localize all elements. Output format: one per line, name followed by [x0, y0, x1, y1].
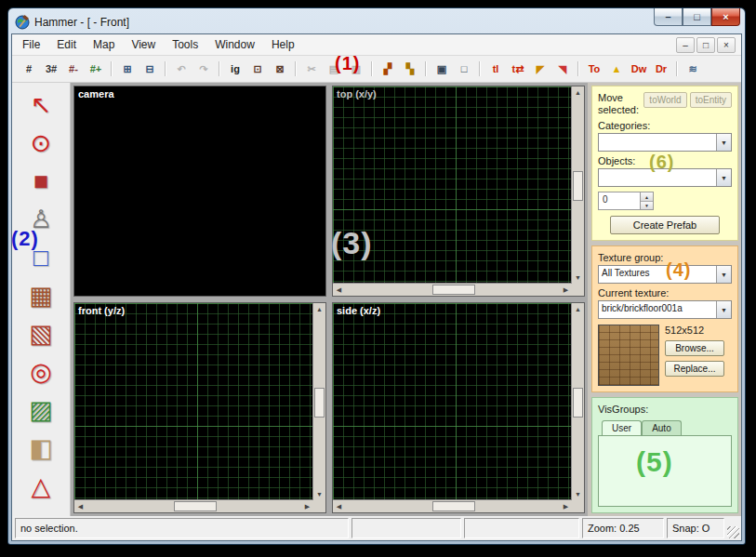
scroll-right-icon[interactable]: ▶ — [560, 284, 572, 296]
clipping-tool[interactable]: ◧ — [20, 431, 61, 466]
magnify-tool[interactable]: ⊙ — [20, 126, 61, 161]
viewport-side[interactable]: side (x/z) ▲ ▼ ◀ ▶ — [332, 302, 585, 513]
scroll-down-icon[interactable]: ▼ — [572, 272, 584, 284]
texture-preview[interactable] — [598, 325, 659, 386]
select-container[interactable]: ▣ — [431, 58, 453, 80]
toggle-group-ignore[interactable]: ig — [224, 58, 246, 80]
horizontal-scrollbar[interactable]: ◀ ▶ — [74, 499, 313, 512]
displacement-mask[interactable]: ▲ — [605, 58, 628, 80]
viewport-top[interactable]: top (x/y) ▲ ▼ ◀ ▶ — [332, 86, 585, 297]
scroll-up-icon[interactable]: ▲ — [572, 86, 584, 99]
scrollbar-thumb[interactable] — [174, 501, 217, 511]
draw-detail[interactable]: Dr — [650, 58, 672, 80]
mdi-minimize-button[interactable]: – — [676, 37, 695, 53]
scroll-down-icon[interactable]: ▼ — [572, 488, 584, 500]
scroll-left-icon[interactable]: ◀ — [333, 500, 345, 512]
menu-item[interactable]: Edit — [48, 35, 85, 54]
categories-dropdown[interactable]: ▼ — [598, 133, 732, 152]
toolbar-button[interactable] — [421, 59, 431, 79]
toggle-to[interactable]: To — [583, 58, 605, 80]
toolbar-button[interactable] — [107, 59, 116, 79]
toggle-3d-grid[interactable]: 3# — [40, 58, 62, 80]
scroll-left-icon[interactable]: ◀ — [74, 500, 86, 512]
toolbar-button[interactable] — [475, 59, 484, 79]
mdi-restore-button[interactable]: □ — [696, 37, 715, 53]
ungroup[interactable]: ⊠ — [269, 58, 291, 80]
texture-application-tool[interactable]: ▦ — [20, 278, 61, 313]
to-world-button[interactable]: toWorld — [643, 92, 686, 108]
chevron-down-icon[interactable]: ▼ — [716, 266, 731, 283]
displacement-edit[interactable]: ◤ — [529, 58, 551, 80]
menu-item[interactable]: View — [123, 35, 164, 54]
texture-group-dropdown[interactable]: All Textures ▼ — [598, 265, 732, 284]
carve[interactable]: ▞ — [377, 58, 399, 80]
mdi-close-button[interactable]: × — [717, 37, 736, 53]
chevron-down-icon[interactable]: ▼ — [716, 134, 731, 151]
vertex-manipulation-tool[interactable]: △ — [20, 469, 61, 504]
minimize-button[interactable]: – — [654, 8, 683, 26]
draw-walkable[interactable]: Dw — [628, 58, 650, 80]
viewport-camera[interactable]: camera — [73, 86, 326, 297]
browse-button[interactable]: Browse... — [665, 340, 724, 356]
toolbar-button[interactable] — [291, 59, 300, 79]
apply-current-texture-tool[interactable]: ▧ — [20, 316, 61, 351]
tab-auto[interactable]: Auto — [642, 420, 682, 435]
faces-spinner[interactable]: 0 ▲ ▼ — [598, 192, 654, 210]
toolbar-button[interactable] — [672, 59, 682, 79]
smaller-grid[interactable]: #- — [62, 58, 85, 80]
scroll-right-icon[interactable]: ▶ — [560, 500, 572, 512]
scrollbar-thumb[interactable] — [432, 285, 475, 295]
chevron-down-icon[interactable]: ▼ — [716, 301, 731, 318]
menu-item[interactable]: Map — [85, 35, 123, 54]
toolbar-button[interactable] — [367, 59, 377, 79]
scroll-down-icon[interactable]: ▼ — [313, 488, 325, 500]
menu-item[interactable]: Help — [263, 35, 303, 54]
toolbar-button[interactable] — [161, 59, 170, 79]
horizontal-scrollbar[interactable]: ◀ ▶ — [333, 283, 572, 296]
spinner-down-icon[interactable]: ▼ — [641, 201, 653, 210]
scrollbar-thumb[interactable] — [314, 388, 325, 418]
texture-scaling-lock[interactable]: t⇄ — [507, 58, 529, 80]
undo[interactable]: ↶ — [170, 58, 192, 80]
to-entity-button[interactable]: toEntity — [690, 92, 732, 108]
scroll-left-icon[interactable]: ◀ — [333, 284, 345, 296]
scroll-right-icon[interactable]: ▶ — [301, 500, 313, 512]
selection-tool[interactable]: ↖ — [20, 87, 61, 123]
larger-grid[interactable]: #+ — [85, 58, 107, 80]
scroll-up-icon[interactable]: ▲ — [313, 303, 325, 315]
create-prefab-button[interactable]: Create Prefab — [610, 216, 720, 234]
close-button[interactable]: × — [711, 8, 740, 26]
chevron-down-icon[interactable]: ▼ — [716, 169, 731, 186]
replace-button[interactable]: Replace... — [665, 361, 724, 377]
group[interactable]: ⊡ — [246, 58, 269, 80]
select-touching[interactable]: □ — [453, 58, 475, 80]
apply-decals-tool[interactable]: ◎ — [20, 354, 61, 390]
tab-user[interactable]: User — [602, 420, 642, 435]
scrollbar-thumb[interactable] — [573, 388, 583, 418]
menu-item[interactable]: Window — [206, 35, 263, 54]
vertical-scrollbar[interactable]: ▲ ▼ — [571, 86, 584, 284]
spinner-up-icon[interactable]: ▲ — [641, 192, 653, 201]
run-map[interactable]: ≋ — [682, 58, 704, 80]
save-window-state[interactable]: ⊟ — [139, 58, 161, 80]
camera-tool[interactable]: ■ — [20, 164, 61, 199]
make-hollow[interactable]: ▚ — [399, 58, 421, 80]
toggle-2d-grid[interactable]: # — [18, 58, 40, 80]
load-window-state[interactable]: ⊞ — [116, 58, 139, 80]
apply-overlays-tool[interactable]: ▨ — [20, 392, 61, 428]
menu-item[interactable]: File — [14, 35, 48, 54]
resize-grip[interactable] — [727, 526, 739, 538]
displacement-paint[interactable]: ◥ — [551, 58, 574, 80]
menu-item[interactable]: Tools — [164, 35, 206, 54]
vertical-scrollbar[interactable]: ▲ ▼ — [312, 303, 325, 500]
viewport-front[interactable]: front (y/z) ▲ ▼ ◀ ▶ — [73, 302, 326, 513]
vertical-scrollbar[interactable]: ▲ ▼ — [571, 303, 584, 500]
current-texture-dropdown[interactable]: brick/brickfloor001a ▼ — [598, 300, 732, 319]
redo[interactable]: ↷ — [192, 58, 215, 80]
scroll-up-icon[interactable]: ▲ — [572, 303, 584, 315]
maximize-button[interactable]: □ — [683, 8, 711, 26]
texture-lock[interactable]: tl — [484, 58, 507, 80]
scrollbar-thumb[interactable] — [432, 501, 475, 511]
toolbar-button[interactable] — [574, 59, 583, 79]
cut[interactable]: ✂ — [300, 58, 323, 80]
